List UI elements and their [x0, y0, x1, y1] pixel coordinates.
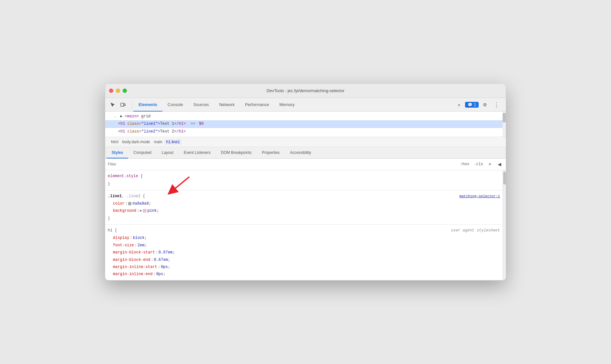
tab-accessibility[interactable]: Accessibility [285, 147, 316, 158]
filter-actions: :hov .cls + ◀ [459, 160, 503, 168]
element-style-close: } [105, 180, 503, 188]
line1-line2-rule: .line1, .line2 { matching-selector:1 col… [105, 190, 503, 225]
dom-scrollbar[interactable] [503, 112, 506, 137]
minimize-button[interactable] [116, 89, 120, 93]
breadcrumb-main[interactable]: main [152, 139, 164, 145]
traffic-lights [109, 89, 127, 93]
dom-line-h1-2[interactable]: <h1 class="line2">Test 2</h1> [105, 128, 506, 135]
svg-rect-0 [121, 103, 124, 106]
background-property: background : ▶ pink ; [105, 207, 503, 214]
background-swatch[interactable] [143, 209, 146, 212]
right-scrollbar-thumb [503, 172, 506, 185]
breadcrumb: html body.dark-mode main h1.line1 [105, 137, 506, 147]
h1-selector: h1 { user agent stylesheet [105, 227, 503, 234]
device-toggle-icon[interactable] [118, 100, 128, 110]
ua-stylesheet-label: user agent stylesheet [451, 227, 500, 234]
tab-network[interactable]: Network [214, 98, 240, 112]
tab-console[interactable]: Console [162, 98, 188, 112]
css-rules-area: element.style { } [105, 170, 506, 280]
chat-icon: 💬 [468, 102, 472, 107]
toolbar-right: » 💬 1 ⚙ ⋮ [454, 100, 505, 110]
chat-badge[interactable]: 💬 1 [465, 102, 479, 108]
element-style-rule: element.style { } [105, 170, 503, 190]
window-title: DevTools - jec.fyi/demo/matching-selecto… [267, 88, 345, 93]
breadcrumb-h1[interactable]: h1.line1 [164, 139, 182, 145]
breadcrumb-body[interactable]: body.dark-mode [120, 139, 152, 145]
tab-elements[interactable]: Elements [133, 98, 162, 112]
dom-tree: … ▶ <main> grid <h1 class="line1">Test 1… [105, 112, 506, 137]
hov-button[interactable]: :hov [459, 161, 471, 167]
margin-inline-end-property: margin-inline-end : 0px ; [105, 271, 503, 278]
tab-styles[interactable]: Styles [106, 147, 128, 158]
add-rule-button[interactable]: + [486, 161, 494, 168]
tab-event-listeners[interactable]: Event Listeners [179, 147, 216, 158]
filter-input[interactable] [108, 162, 459, 166]
close-button[interactable] [109, 89, 113, 93]
toggle-sidebar-button[interactable]: ◀ [495, 160, 503, 168]
cls-button[interactable]: .cls [472, 161, 484, 167]
tab-dom-breakpoints[interactable]: DOM Breakpoints [216, 147, 257, 158]
toolbar-separator [132, 101, 132, 109]
line1-line2-selector: .line1, .line2 { matching-selector:1 [105, 192, 503, 200]
toolbar-icons [106, 100, 129, 110]
tab-sources[interactable]: Sources [188, 98, 214, 112]
dom-scrollbar-thumb [503, 113, 506, 123]
tab-properties[interactable]: Properties [257, 147, 285, 158]
main-tabs: Elements Console Sources Network Perform… [133, 98, 454, 112]
fullscreen-button[interactable] [123, 89, 127, 93]
margin-inline-start-property: margin-inline-start : 0px ; [105, 263, 503, 271]
styles-panel-tabs: Styles Computed Layout Event Listeners D… [105, 147, 506, 159]
color-property: color : #a9a9a9 ; [105, 200, 503, 207]
settings-icon[interactable]: ⚙ [480, 100, 490, 110]
dots-icon[interactable]: … [113, 114, 118, 119]
css-source-link[interactable]: matching-selector:1 [460, 193, 500, 199]
tab-layout[interactable]: Layout [157, 147, 179, 158]
css-rules: element.style { } [105, 170, 503, 280]
tab-performance[interactable]: Performance [240, 98, 274, 112]
expand-arrow[interactable]: ▶ [140, 208, 142, 214]
h1-rule: h1 { user agent stylesheet display : blo… [105, 225, 503, 280]
svg-rect-1 [124, 104, 125, 106]
display-property: display : block ; [105, 234, 503, 241]
dom-line-h1-selected[interactable]: <h1 class="line1">Test 1</h1> == $0 [105, 120, 506, 128]
filter-bar: :hov .cls + ◀ [105, 159, 506, 170]
font-size-property: font-size : 2em ; [105, 242, 503, 249]
main-toolbar: Elements Console Sources Network Perform… [105, 98, 506, 112]
margin-block-end-property: margin-block-end : 0.67em ; [105, 256, 503, 263]
dom-line-main[interactable]: … ▶ <main> grid [105, 113, 506, 120]
overflow-menu-icon[interactable]: ⋮ [491, 101, 502, 108]
inspect-icon[interactable] [108, 100, 117, 110]
more-tabs-icon[interactable]: » [454, 100, 464, 110]
css-rules-wrapper: element.style { } [105, 170, 503, 280]
tab-memory[interactable]: Memory [274, 98, 300, 112]
line1-line2-close: } [105, 215, 503, 222]
titlebar: DevTools - jec.fyi/demo/matching-selecto… [105, 84, 506, 98]
right-scrollbar[interactable] [503, 170, 506, 280]
svg-line-3 [172, 177, 189, 191]
tab-computed[interactable]: Computed [128, 147, 156, 158]
devtools-window: DevTools - jec.fyi/demo/matching-selecto… [105, 83, 506, 281]
element-style-selector: element.style { [105, 172, 503, 180]
color-swatch[interactable] [128, 202, 131, 205]
breadcrumb-html[interactable]: html [109, 139, 120, 145]
margin-block-start-property: margin-block-start : 0.67em ; [105, 249, 503, 256]
